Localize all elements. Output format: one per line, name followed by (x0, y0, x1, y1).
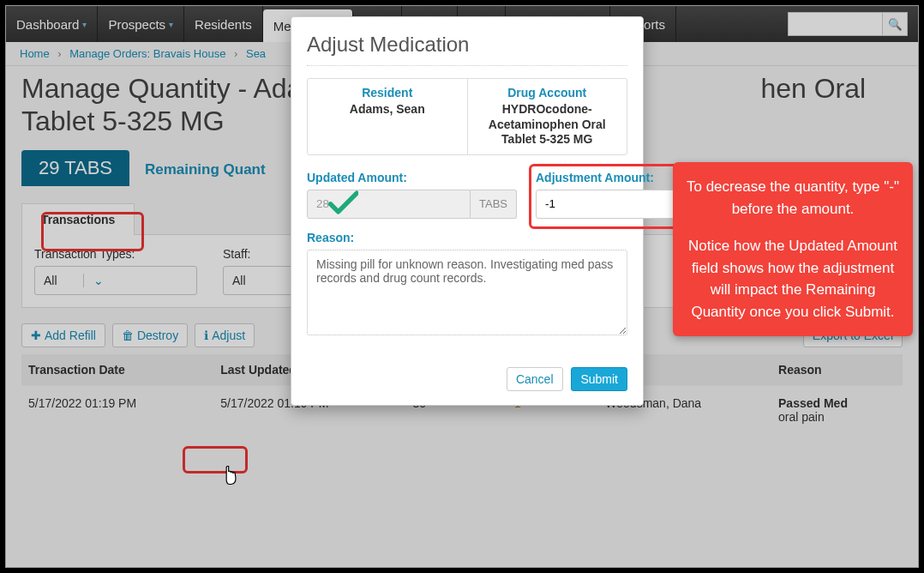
drug-account-label: Drug Account (475, 86, 621, 100)
resident-value: Adams, Sean (315, 102, 460, 118)
updated-amount-unit: TABS (471, 190, 517, 219)
updated-amount-label: Updated Amount: (307, 171, 517, 184)
tutorial-callout: To decrease the quantity, type "-" befor… (673, 162, 913, 336)
reason-textarea[interactable]: Missing pill for unknown reason. Investi… (307, 250, 627, 335)
cancel-button[interactable]: Cancel (507, 367, 563, 391)
resident-label: Resident (315, 86, 460, 100)
updated-amount-input (307, 190, 471, 219)
modal-title: Adjust Medication (307, 33, 627, 66)
drug-account-value: HYDROcodone-Acetaminophen Oral Tablet 5-… (475, 102, 621, 148)
reason-label: Reason: (307, 231, 627, 244)
submit-button[interactable]: Submit (571, 367, 627, 391)
adjust-medication-modal: Adjust Medication Resident Adams, Sean D… (291, 16, 644, 406)
